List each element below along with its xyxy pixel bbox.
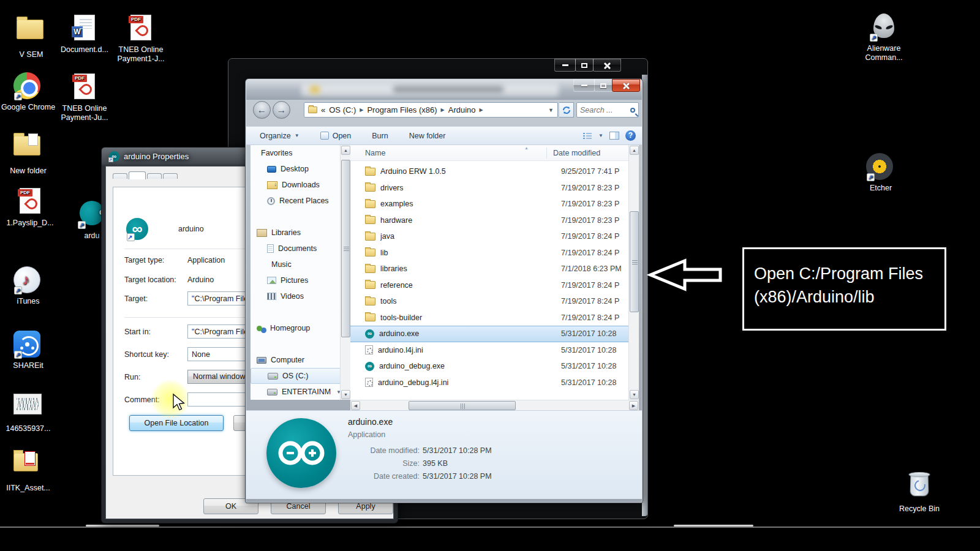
file-rows: Arduino ERW 1.0.5 9/25/2017 7:41 P drive… [350,163,639,391]
address-bar[interactable]: « OS (C:)▶Program Files (x86)▶Arduino▶ ▼ [304,102,558,118]
scroll-right-icon[interactable]: ▶ [629,401,638,410]
dialog-tab[interactable] [113,173,127,179]
file-row[interactable]: tools 7/19/2017 8:24 P [350,293,639,310]
preview-pane-icon[interactable] [609,132,619,140]
breadcrumb-segment[interactable]: Arduino▶ [448,105,483,114]
breadcrumb-segment[interactable]: OS (C:)▶ [329,105,363,114]
desktop-icon-tneb-payment-ju[interactable]: TNEB Online Payment-Ju... [56,72,113,122]
sidebar-item-icon [267,389,277,395]
file-name: tools [380,297,552,305]
file-row[interactable]: arduino.exe 5/31/2017 10:28 [350,326,639,342]
dialog-tab[interactable] [163,173,178,179]
sidebar-item[interactable]: Desktop [251,161,350,177]
sidebar-item[interactable]: Computer [251,352,350,368]
refresh-button[interactable] [559,102,574,118]
sidebar-item[interactable]: ENTERTAINM ▼ [251,384,350,400]
file-row[interactable]: arduino.l4j.ini 5/31/2017 10:28 [350,342,639,359]
scroll-down-icon[interactable]: ▼ [341,390,350,399]
sidebar-item[interactable]: Favorites [251,145,350,161]
desktop-icon-v-sem[interactable]: V SEM [3,13,59,59]
desktop-icon-tneb-payment1[interactable]: TNEB Online Payment1-J... [113,13,169,64]
organize-menu[interactable]: Organize▼ [260,132,300,140]
desktop-icon-iitk-asset[interactable]: IITK_Asset... [0,447,56,493]
file-row[interactable]: arduino_debug.l4j.ini 5/31/2017 10:28 [350,375,639,391]
new-folder-button[interactable]: New folder [409,132,446,140]
search-box[interactable] [576,102,639,118]
sidebar-item[interactable]: Downloads [251,177,350,193]
target-type-label: Target type: [124,256,164,264]
scrollbar-thumb[interactable] [341,160,350,337]
sidebar-item-icon [267,166,276,173]
chrome-icon: ↗ [13,72,43,100]
file-row[interactable]: hardware 7/19/2017 8:23 P [350,212,639,229]
burn-button[interactable]: Burn [372,132,388,140]
column-divider[interactable] [546,148,547,159]
file-row[interactable]: reference 7/19/2017 8:24 P [350,277,639,294]
close-button[interactable] [612,79,640,92]
file-row[interactable]: libraries 7/1/2018 6:23 PM [350,261,639,277]
desktop-icon-image-file[interactable]: 146535937... [0,390,56,433]
horizontal-scrollbar[interactable]: ◀ ▶ [350,400,639,410]
dialog-tab[interactable] [147,173,162,179]
breadcrumb-segment[interactable]: Program Files (x86)▶ [367,105,444,114]
maximize-button[interactable] [594,79,612,92]
sidebar-item[interactable]: Pictures [251,272,350,288]
forward-button[interactable]: → [273,101,290,119]
file-row[interactable]: examples 7/19/2017 8:23 P [350,196,639,212]
change-view-icon[interactable] [583,132,592,140]
file-row[interactable]: tools-builder 7/19/2017 8:24 P [350,310,639,326]
desktop-icon-shareit[interactable]: ↗ SHAREit [0,331,56,370]
file-icon [365,313,375,321]
sidebar-item[interactable]: Libraries [251,225,350,241]
file-row[interactable]: lib 7/19/2017 8:24 P [350,245,639,261]
file-name: Arduino ERW 1.0.5 [380,167,552,176]
open-button[interactable]: Open [320,132,352,140]
desktop-icon-google-chrome[interactable]: ↗ Google Chrome [0,72,56,112]
bg-maximize-button[interactable] [575,59,594,72]
scroll-down-icon[interactable]: ▼ [630,390,639,399]
help-icon[interactable]: ? [625,130,636,141]
scrollbar-thumb[interactable] [409,401,516,410]
file-row[interactable]: arduino_debug.exe 5/31/2017 10:28 [350,358,639,375]
scroll-up-icon[interactable]: ▲ [341,146,350,155]
minimize-button[interactable] [573,79,595,92]
bg-close-button[interactable] [593,59,621,72]
bg-minimize-button[interactable] [554,59,576,72]
dialog-tab-strip [113,171,179,179]
desktop-icon-alienware[interactable]: ↗ Alienware Comman... [856,12,912,62]
desktop-icon-document[interactable]: Document.d... [56,13,113,54]
file-row[interactable]: Arduino ERW 1.0.5 9/25/2017 7:41 P [350,163,639,180]
annotation-left-arrow [647,256,723,294]
start-in-label: Start in: [124,328,151,336]
desktop-icon-payslip[interactable]: 1.Payslip_D... [2,187,58,228]
sidebar-item[interactable]: Documents [251,241,350,257]
dialog-tab[interactable] [129,171,146,179]
scrollbar-thumb[interactable] [630,211,639,312]
view-dropdown-icon[interactable]: ▼ [598,133,603,138]
search-input[interactable] [580,106,623,114]
annotation-text: Open C:/Program Files (x86)/Arduino/lib [754,264,923,306]
dialog-titlebar[interactable]: ↗ arduino Properties [109,151,189,162]
scroll-up-icon[interactable]: ▲ [630,146,639,155]
sidebar-item[interactable]: OS (C:) [251,368,342,384]
file-row[interactable]: java 7/19/2017 8:24 P [350,228,639,245]
column-header-name[interactable]: Name [350,149,546,157]
open-file-location-button[interactable]: Open File Location [129,415,224,431]
file-row[interactable]: drivers 7/19/2017 8:23 P [350,180,639,197]
desktop-icon-itunes[interactable]: ↗ iTunes [0,266,56,306]
search-icon[interactable] [630,108,635,113]
sidebar-item[interactable]: Music [251,257,350,272]
desktop-icon-etcher[interactable]: ↗ Etcher [853,153,909,193]
desktop-icon-recycle-bin[interactable]: Recycle Bin [891,471,948,514]
sidebar-item[interactable]: Homegroup [251,320,350,336]
desktop-icon-new-folder[interactable]: New folder [0,130,56,176]
scroll-left-icon[interactable]: ◀ [351,401,360,410]
sidebar-item[interactable]: Recent Places [251,193,350,209]
file-list-scrollbar[interactable]: ▲ ▼ [628,145,639,400]
column-header-date-modified[interactable]: Date modified [553,149,600,157]
sidebar-item[interactable]: Videos [251,288,350,304]
back-button[interactable]: ← [253,101,271,119]
breadcrumb-separator-icon: ▶ [480,107,483,113]
sidebar-scrollbar[interactable]: ▲ ▼ [340,145,350,400]
address-dropdown-icon[interactable]: ▼ [548,107,554,113]
